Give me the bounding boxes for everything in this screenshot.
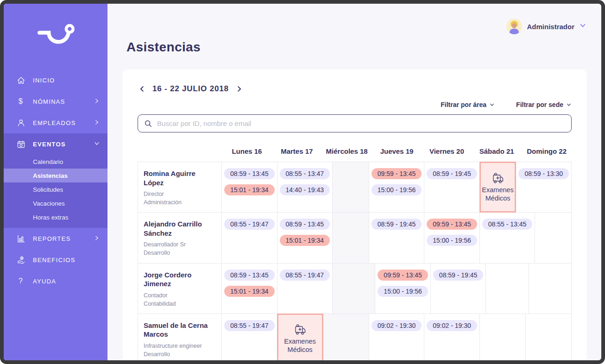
app-window: INICIO $ NÓMINAS EMPLEADOS: [0, 0, 605, 364]
sidebar-item-label: REPORTES: [33, 235, 94, 242]
employee-cell: Romina Aguirre López Director Administra…: [138, 162, 222, 213]
search-box: [138, 114, 572, 132]
user-menu[interactable]: Administrador: [506, 19, 586, 34]
time-entry-chip: 15:00 - 19:56: [427, 235, 477, 246]
time-entry-chip: 08:59 - 13:45: [224, 270, 275, 281]
attendance-cell: [333, 213, 369, 263]
previous-week-button[interactable]: [138, 84, 147, 94]
attendance-cell: 08:55 - 13:4714:40 - 19:43: [277, 162, 333, 213]
attendance-cell: 08:59 - 19:45: [431, 264, 486, 314]
attendance-cell: 08:55 - 13:45: [480, 213, 536, 263]
table-row: Romina Aguirre López Director Administra…: [138, 162, 572, 213]
time-entry-chip: 15:00 - 19:56: [372, 184, 422, 195]
employee-cell: Samuel de la Cerna Marcos Infrastructure…: [138, 314, 222, 364]
sub-item-label: Calendario: [33, 158, 63, 165]
employee-role: Contador: [144, 291, 217, 300]
employee-role: Director: [144, 190, 217, 198]
time-entry-chip: 08:55 - 13:45: [482, 219, 533, 230]
event-label: Examenes Médicos: [280, 337, 321, 354]
medical-exam-event[interactable]: Examenes Médicos: [277, 314, 323, 364]
sub-item-label: Solicitudes: [33, 186, 63, 193]
payroll-icon: $: [16, 97, 26, 106]
sidebar-item-label: NÓMINAS: [33, 98, 94, 105]
attendance-table-body: Romina Aguirre López Director Administra…: [138, 162, 572, 364]
sidebar-item-calendario[interactable]: Calendario: [4, 155, 107, 169]
employee-department: Administración: [144, 198, 217, 207]
benefits-icon: [16, 256, 26, 264]
time-entry-chip: 15:00 - 19:56: [378, 286, 428, 297]
chevron-down-icon: [94, 140, 100, 148]
attendance-cell: 08:59 - 13:4515:01 - 19:34: [222, 264, 277, 314]
sidebar-item-empleados[interactable]: EMPLEADOS: [4, 112, 107, 133]
sidebar-item-label: EVENTOS: [33, 141, 94, 148]
sub-item-label: Horas extras: [33, 214, 69, 221]
sub-item-label: Asistencias: [33, 172, 68, 179]
reports-icon: [16, 234, 26, 243]
filters-row: Filtrar por área Filtrar por sede: [138, 101, 572, 108]
time-entry-chip: 09:02 - 19:30: [372, 320, 422, 331]
attendance-cell: Examenes Médicos: [277, 314, 323, 364]
attendance-cell: [480, 314, 526, 364]
table-row: Alejandro Carrillo Sánchez Desarrollador…: [138, 213, 572, 263]
day-header: Miércoles 18: [322, 147, 372, 155]
attendance-cell: 08:55 - 19:47: [222, 213, 277, 263]
sidebar-item-horas-extras[interactable]: Horas extras: [4, 210, 107, 224]
day-header: Domingo 22: [522, 147, 572, 155]
attendance-cell: 09:02 - 19:30: [424, 314, 480, 364]
time-entry-chip-alert: 09:59 - 13:45: [378, 270, 428, 281]
sidebar-item-vacaciones[interactable]: Vacaciones: [4, 196, 107, 210]
sidebar-item-beneficios[interactable]: BENEFICIOS: [4, 249, 107, 270]
employee-role: Infrastructure engineer: [144, 342, 217, 350]
sidebar-nav: INICIO $ NÓMINAS EMPLEADOS: [4, 69, 107, 292]
chevron-down-icon: [489, 102, 495, 107]
attendance-cell: 09:59 - 13:4515:00 - 19:56: [375, 264, 431, 314]
sidebar-item-eventos[interactable]: EVENTOS: [4, 133, 107, 155]
next-week-button[interactable]: [234, 84, 244, 94]
chevron-right-icon: [94, 235, 100, 243]
time-entry-chip: 08:55 - 13:47: [280, 168, 330, 179]
filter-area-dropdown[interactable]: Filtrar por área: [441, 101, 495, 108]
employee-column-header: [138, 147, 222, 155]
chevron-right-icon: [94, 98, 100, 106]
employee-department: Contabilidad: [144, 300, 217, 308]
search-input[interactable]: [157, 119, 565, 127]
employee-name: Samuel de la Cerna Marcos: [144, 321, 217, 339]
attendance-card: 16 - 22 JULIO 2018 Filtrar por área Filt…: [123, 69, 586, 364]
day-header: Lunes 16: [222, 147, 272, 155]
chevron-down-icon: [579, 22, 586, 31]
employee-role: Desarrollador Sr: [144, 240, 217, 249]
sidebar-item-reportes[interactable]: REPORTES: [4, 228, 107, 249]
time-entry-chip: 08:55 - 19:47: [224, 320, 275, 331]
time-entry-chip: 08:59 - 13:45: [280, 219, 330, 230]
sidebar-item-nominas[interactable]: $ NÓMINAS: [4, 91, 107, 112]
attendance-cell: [526, 314, 572, 364]
time-entry-chip: 08:59 - 13:30: [518, 168, 569, 179]
attendance-cell: 08:59 - 13:4515:01 - 19:34: [222, 162, 277, 213]
attendance-cell: [486, 264, 529, 314]
sidebar-item-inicio[interactable]: INICIO: [4, 69, 107, 91]
sidebar-item-ayuda[interactable]: ? AYUDA: [4, 270, 107, 292]
chevron-down-icon: [566, 102, 572, 107]
attendance-cell: 08:59 - 19:45: [369, 213, 425, 263]
table-row: Jorge Cordero Jimenez Contador Contabili…: [138, 264, 572, 314]
sub-item-label: Vacaciones: [33, 200, 65, 207]
medical-exam-event[interactable]: Examenes Médicos: [479, 162, 517, 213]
user-name: Administrador: [527, 23, 574, 31]
sidebar-item-solicitudes[interactable]: Solicitudes: [4, 182, 107, 196]
home-icon: [16, 76, 26, 85]
time-entry-chip-alert: 15:01 - 19:34: [224, 286, 275, 297]
time-entry-chip: 08:59 - 19:45: [427, 168, 477, 179]
attendance-cell: [323, 314, 369, 364]
employee-name: Jorge Cordero Jimenez: [144, 270, 217, 289]
week-navigation: 16 - 22 JULIO 2018: [138, 84, 572, 94]
attendance-cell: 08:59 - 19:45: [424, 162, 480, 213]
sidebar-item-label: AYUDA: [33, 278, 100, 285]
sidebar-item-label: EMPLEADOS: [33, 119, 94, 126]
day-header: Jueves 19: [372, 147, 422, 155]
sidebar-item-asistencias[interactable]: Asistencias: [4, 169, 107, 182]
attendance-cell: Examenes Médicos: [480, 162, 517, 213]
time-entry-chip-alert: 09:59 - 13:45: [372, 168, 422, 179]
table-row: Samuel de la Cerna Marcos Infrastructure…: [138, 314, 572, 364]
attendance-cell: [333, 264, 375, 314]
filter-sede-dropdown[interactable]: Filtrar por sede: [516, 101, 572, 108]
